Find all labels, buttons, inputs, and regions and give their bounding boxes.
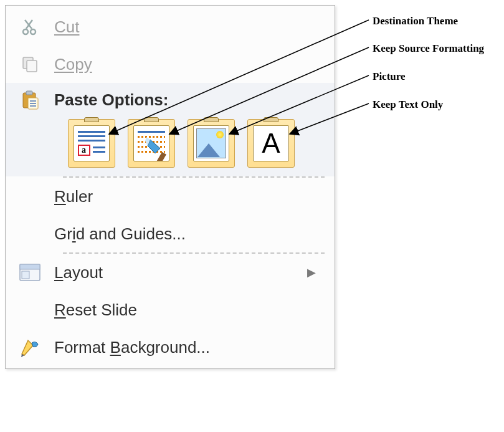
menu-item-grid-guides[interactable]: Grid and Guides... — [6, 215, 335, 252]
paste-icon — [6, 89, 54, 110]
paste-options-title: Paste Options: — [54, 90, 168, 110]
text-only-icon: A — [253, 125, 289, 161]
annotation-picture: Picture — [373, 70, 406, 83]
menu-label: Ruler — [54, 187, 327, 206]
svg-rect-5 — [27, 60, 37, 72]
menu-label: Cut — [54, 17, 327, 37]
menu-item-ruler[interactable]: Ruler — [6, 178, 335, 215]
paste-text-only-button[interactable]: A — [247, 119, 295, 168]
submenu-arrow-icon: ▶ — [307, 266, 316, 279]
menu-label: Reset Slide — [54, 300, 327, 320]
format-background-icon — [6, 337, 54, 358]
paste-destination-theme-button[interactable]: a — [68, 119, 115, 168]
source-formatting-icon — [133, 125, 169, 161]
svg-point-2 — [23, 29, 28, 34]
paste-options-section: Paste Options: a — [6, 83, 335, 176]
menu-item-copy[interactable]: Copy — [6, 46, 335, 83]
copy-icon — [6, 54, 54, 74]
svg-rect-15 — [22, 271, 29, 279]
svg-rect-7 — [26, 91, 32, 95]
menu-label: Grid and Guides... — [54, 224, 327, 244]
context-menu: Cut Copy Paste — [5, 5, 335, 369]
menu-item-layout[interactable]: Layout ▶ — [6, 254, 335, 291]
cut-icon — [6, 17, 54, 36]
svg-point-3 — [31, 29, 36, 34]
paste-source-formatting-button[interactable] — [128, 119, 175, 168]
paste-picture-button[interactable] — [188, 119, 235, 168]
menu-item-reset-slide[interactable]: Reset Slide — [6, 291, 335, 329]
menu-label: Layout ▶ — [54, 263, 327, 282]
menu-item-format-background[interactable]: Format Background... — [6, 329, 335, 366]
svg-rect-12 — [154, 152, 166, 161]
destination-theme-icon: a — [74, 125, 110, 161]
annotation-destination-theme: Destination Theme — [373, 15, 458, 27]
picture-icon — [193, 125, 229, 161]
menu-label: Format Background... — [54, 338, 327, 357]
annotation-source-formatting: Keep Source Formatting — [373, 42, 484, 55]
layout-icon — [6, 264, 54, 281]
svg-rect-14 — [20, 264, 40, 269]
annotation-text-only: Keep Text Only — [373, 98, 443, 111]
menu-label: Copy — [54, 55, 327, 74]
menu-item-cut[interactable]: Cut — [6, 8, 335, 46]
